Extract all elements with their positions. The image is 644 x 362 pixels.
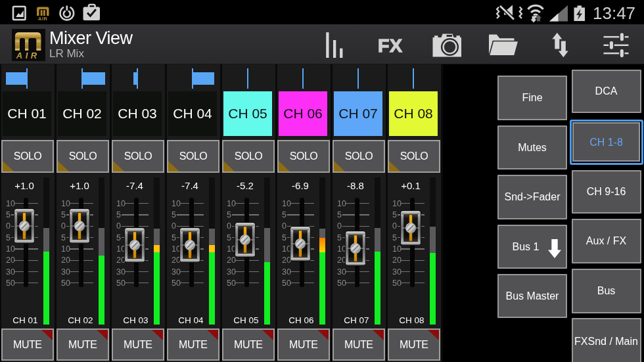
- svg-text:AIR: AIR: [16, 51, 40, 60]
- svg-text:13:47: 13:47: [593, 3, 635, 23]
- svg-text:AIR: AIR: [38, 16, 48, 22]
- svg-text:FX: FX: [378, 35, 402, 56]
